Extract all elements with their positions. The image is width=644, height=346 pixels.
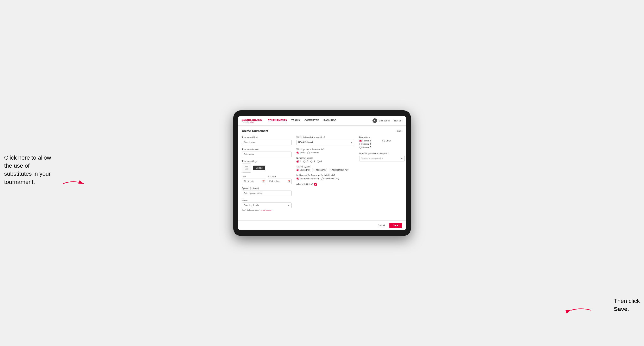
venue-email-link[interactable]: email support <box>261 209 272 211</box>
tournament-host-label: Tournament Host <box>242 136 292 139</box>
scoring-radio-group: Stroke Play Match Play Medal Match Play <box>296 169 354 171</box>
nav-rankings[interactable]: RANKINGS <box>324 119 336 122</box>
format-label: Format type <box>359 136 405 139</box>
logo-placeholder <box>242 164 251 173</box>
nav-committee[interactable]: COMMITTEE <box>304 119 319 122</box>
logo-area: Upload <box>242 164 292 173</box>
tournament-logo-group: Tournament logo Upload <box>242 160 292 173</box>
end-date-group: End date 📅 <box>268 175 292 184</box>
back-link[interactable]: Back <box>396 130 402 132</box>
gender-group: Which gender is the event for? Mens Wome… <box>296 148 354 154</box>
scoring-api-group: Use third-party live scoring API? Select… <box>359 152 405 162</box>
cancel-button[interactable]: Cancel <box>375 223 387 228</box>
gender-womens[interactable]: Womens <box>307 152 318 154</box>
division-select[interactable]: NCAA Division I <box>296 140 354 145</box>
tournament-host-group: Tournament Host <box>242 136 292 145</box>
arrow-right-icon <box>566 305 594 316</box>
tournament-logo-label: Tournament logo <box>242 160 292 163</box>
gender-radio-group: Mens Womens <box>296 152 354 154</box>
event-type-label: Is this event for Teams and/or Individua… <box>296 174 354 176</box>
form-col-3: Format type 5 count 4 Other <box>359 136 405 214</box>
event-teams[interactable]: Teams (+Individuals) <box>296 177 319 180</box>
rounds-group: Number of rounds 1 2 <box>296 157 354 163</box>
rounds-2-radio[interactable] <box>303 160 306 163</box>
powered-by: Powered by clippd <box>242 121 262 123</box>
save-button[interactable]: Save <box>390 223 402 228</box>
page-title: Create Tournament <box>242 129 268 133</box>
format-other[interactable]: Other <box>382 140 405 142</box>
format-options: 5 count 4 Other 6 count 4 <box>359 140 405 149</box>
start-date-group: date 📅 <box>242 175 266 184</box>
annotation-left: Click here to allow the use of substitut… <box>4 154 58 186</box>
rounds-4-radio[interactable] <box>317 160 320 163</box>
gender-label: Which gender is the event for? <box>296 148 354 151</box>
tournament-name-label: Tournament name <box>242 148 292 151</box>
gender-mens-radio[interactable] <box>296 152 299 154</box>
sponsor-input[interactable] <box>242 190 292 196</box>
rounds-2[interactable]: 2 <box>303 160 308 163</box>
arrow-left-icon <box>61 177 86 190</box>
format-5count4[interactable]: 5 count 4 <box>359 140 382 142</box>
rounds-4[interactable]: 4 <box>317 160 322 163</box>
image-icon <box>244 166 248 170</box>
allow-subs-label: Allow substitutes? <box>296 183 313 185</box>
brand-name: SCOREBOARD <box>242 119 262 121</box>
event-individuals[interactable]: Individuals Only <box>321 177 339 180</box>
format-6count5-radio[interactable] <box>359 146 362 149</box>
scoring-medal[interactable]: Medal Match Play <box>329 169 348 171</box>
format-5count4-radio[interactable] <box>359 140 362 142</box>
format-group: Format type 5 count 4 Other <box>359 136 405 149</box>
sponsor-group: Sponsor (optional) <box>242 187 292 196</box>
end-date-wrap: 📅 <box>268 178 292 184</box>
scoring-medal-radio[interactable] <box>329 169 331 171</box>
venue-select[interactable]: Search golf club <box>242 202 292 208</box>
allow-subs-group: Allow substitutes? <box>296 183 354 185</box>
page-header: Create Tournament Back <box>242 129 402 133</box>
avatar: B <box>372 118 377 123</box>
gender-mens[interactable]: Mens <box>296 152 305 154</box>
nav-teams[interactable]: TEAMS <box>291 119 300 122</box>
scoring-match-radio[interactable] <box>313 169 315 171</box>
page-content: Create Tournament Back Tournament Host T… <box>238 126 406 220</box>
rounds-1[interactable]: 1 <box>296 160 301 163</box>
scoring-stroke-radio[interactable] <box>296 169 299 171</box>
date-row: date 📅 End date 📅 <box>242 175 292 184</box>
tablet-frame: SCOREBOARD Powered by clippd TOURNAMENTS… <box>233 110 411 236</box>
tablet-screen: SCOREBOARD Powered by clippd TOURNAMENTS… <box>238 116 406 230</box>
scoring-service-select[interactable]: Select a scoring service <box>359 156 405 162</box>
division-label: Which division is the event for? <box>296 136 354 139</box>
format-6count5[interactable]: 6 count 5 <box>359 146 382 149</box>
tournament-name-input[interactable] <box>242 152 292 157</box>
start-date-label: date <box>242 175 266 178</box>
upload-button[interactable]: Upload <box>253 166 266 170</box>
tournament-host-input[interactable] <box>242 140 292 145</box>
format-6count4[interactable]: 6 count 4 <box>359 143 382 145</box>
nav-links: TOURNAMENTS TEAMS COMMITTEE RANKINGS <box>268 119 372 122</box>
rounds-1-radio[interactable] <box>296 160 299 163</box>
calendar-icon: 📅 <box>262 180 265 182</box>
venue-group: Venue Search golf club Can't find your v… <box>242 199 292 211</box>
annotation-right: Then click Save. <box>614 297 640 313</box>
scoring-system-label: Scoring system <box>296 166 354 168</box>
nav-user-area: B blair admin | Sign out <box>372 118 402 123</box>
gender-womens-radio[interactable] <box>307 152 310 154</box>
sign-out-link[interactable]: Sign out <box>394 119 402 122</box>
rounds-radio-group: 1 2 3 4 <box>296 160 354 163</box>
format-other-radio[interactable] <box>382 140 385 142</box>
rounds-3[interactable]: 3 <box>310 160 315 163</box>
scoring-match[interactable]: Match Play <box>313 169 326 171</box>
calendar-icon-end: 📅 <box>288 180 290 182</box>
division-group: Which division is the event for? NCAA Di… <box>296 136 354 145</box>
scoring-stroke[interactable]: Stroke Play <box>296 169 310 171</box>
event-type-radio-group: Teams (+Individuals) Individuals Only <box>296 177 354 180</box>
allow-subs-checkbox[interactable] <box>314 183 317 185</box>
user-name: blair admin <box>379 119 390 122</box>
event-individuals-radio[interactable] <box>321 177 324 180</box>
start-date-wrap: 📅 <box>242 178 266 184</box>
nav-tournaments[interactable]: TOURNAMENTS <box>268 119 287 122</box>
scoring-system-group: Scoring system Stroke Play Match Play <box>296 166 354 171</box>
brand-logo: SCOREBOARD Powered by clippd <box>242 119 262 123</box>
format-6count4-radio[interactable] <box>359 143 362 145</box>
event-teams-radio[interactable] <box>296 177 299 180</box>
rounds-3-radio[interactable] <box>310 160 313 163</box>
